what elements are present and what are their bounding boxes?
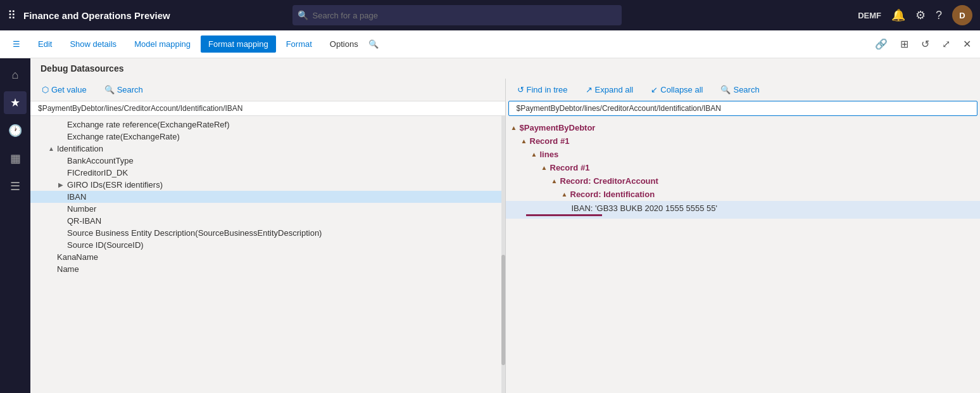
tree-item-label: FICreditorID_DK	[67, 168, 498, 177]
list-nav-icon[interactable]: ☰	[4, 175, 27, 198]
rtree-arrow-icon: ▲	[541, 164, 550, 171]
gear-icon[interactable]: ⚙	[915, 8, 926, 22]
get-value-icon: ⬡	[42, 85, 49, 94]
iban-text-row: IBAN: 'GB33 BUKB 2020 1555 5555 55'	[511, 203, 976, 213]
tree-item-label: Name	[57, 264, 498, 274]
clock-nav-icon[interactable]: 🕐	[4, 119, 27, 142]
collapse-all-icon: ↙	[651, 85, 658, 94]
iban-value-row[interactable]: IBAN: 'GB33 BUKB 2020 1555 5555 55'	[506, 201, 981, 219]
left-vscroll[interactable]	[501, 116, 505, 393]
tree-item[interactable]: FICreditorID_DK	[30, 167, 505, 179]
hamburger-btn[interactable]: ☰	[5, 35, 28, 53]
avatar[interactable]: D	[952, 5, 972, 25]
rtree-item-label: lines	[540, 150, 559, 159]
rtree-item[interactable]: ▲Record: Identification	[506, 188, 981, 201]
tree-item-label: Source Business Entity Description(Sourc…	[67, 228, 498, 238]
waffle-icon[interactable]: ⠿	[8, 8, 16, 22]
tree-arrow-icon: ▲	[48, 145, 57, 152]
search-for-page-input[interactable]	[292, 5, 622, 25]
rtree-arrow-icon: ▲	[521, 138, 530, 145]
close-icon-btn[interactable]: ✕	[959, 35, 975, 53]
right-tree-area: ▲$PaymentByDebtor▲Record #1▲lines▲Record…	[506, 119, 981, 393]
rtree-arrow-icon: ▲	[551, 177, 560, 184]
home-nav-icon[interactable]: ⌂	[4, 63, 27, 86]
rtree-item-label: Record: Identification	[570, 190, 655, 199]
tree-item-label: GIRO IDs(ESR identifiers)	[67, 180, 498, 190]
tree-item[interactable]: QR-IBAN	[30, 215, 505, 227]
get-value-label: Get value	[51, 85, 87, 94]
edit-btn[interactable]: Edit	[30, 35, 60, 53]
tree-item-label: Source ID(SourceID)	[67, 240, 498, 250]
expand-all-icon: ↗	[586, 85, 593, 94]
left-panel: ⬡ Get value 🔍 Search $PaymentByDebtor/li…	[30, 79, 506, 393]
tree-item-label: Exchange rate reference(ExchangeRateRef)	[67, 120, 498, 129]
top-bar-right: DEMF 🔔 ⚙ ? D	[858, 5, 972, 25]
tree-item[interactable]: Exchange rate(ExchangeRate)	[30, 131, 505, 143]
tree-item-label: QR-IBAN	[67, 216, 498, 226]
refresh-icon-btn[interactable]: ↺	[917, 35, 933, 53]
tree-item[interactable]: ▶GIRO IDs(ESR identifiers)	[30, 179, 505, 191]
star-nav-icon[interactable]: ★	[4, 91, 27, 114]
left-tree-area: Exchange rate reference(ExchangeRateRef)…	[30, 116, 505, 278]
tree-item[interactable]: Name	[30, 263, 505, 275]
panels: ⬡ Get value 🔍 Search $PaymentByDebtor/li…	[30, 79, 980, 393]
expand-all-btn[interactable]: ↗ Expand all	[582, 82, 638, 97]
tree-item[interactable]: IBAN	[30, 191, 505, 203]
tree-item[interactable]: Source Business Entity Description(Sourc…	[30, 227, 505, 239]
right-panel: ↺ Find in tree ↗ Expand all ↙ Collapse a…	[506, 79, 981, 393]
tree-item-label: Number	[67, 204, 498, 214]
right-path-input[interactable]	[517, 104, 970, 113]
columns-icon-btn[interactable]: ⊞	[896, 35, 912, 53]
tree-item[interactable]: BankAccountType	[30, 155, 505, 167]
main-layout: ⌂ ★ 🕐 ▦ ☰ Debug Datasources ⬡ Get value …	[0, 58, 980, 393]
left-sidebar-nav: ⌂ ★ 🕐 ▦ ☰	[0, 58, 30, 393]
left-search-btn[interactable]: 🔍 Search	[101, 82, 147, 97]
secondary-nav: ☰ Edit Show details Model mapping Format…	[0, 30, 980, 58]
right-panel-toolbar: ↺ Find in tree ↗ Expand all ↙ Collapse a…	[506, 79, 981, 101]
rtree-arrow-icon: ▲	[531, 151, 540, 158]
format-mapping-btn[interactable]: Format mapping	[201, 35, 276, 53]
rtree-item[interactable]: ▲$PaymentByDebtor	[506, 121, 981, 134]
help-icon[interactable]: ?	[936, 9, 942, 22]
tree-item-label: BankAccountType	[67, 156, 498, 165]
tree-item[interactable]: Number	[30, 203, 505, 215]
table-nav-icon[interactable]: ▦	[4, 147, 27, 170]
get-value-btn[interactable]: ⬡ Get value	[38, 82, 91, 97]
content-area: Debug Datasources ⬡ Get value 🔍 Search $…	[30, 58, 980, 393]
tree-item-label: Exchange rate(ExchangeRate)	[67, 132, 498, 141]
tree-item[interactable]: Source ID(SourceID)	[30, 239, 505, 251]
tree-item-label: Identification	[57, 144, 498, 153]
left-vscroll-thumb[interactable]	[501, 255, 505, 366]
user-name: DEMF	[858, 11, 881, 20]
left-panel-toolbar: ⬡ Get value 🔍 Search	[30, 79, 505, 101]
rtree-item[interactable]: ▲Record #1	[506, 134, 981, 148]
rtree-item[interactable]: ▲Record: CreditorAccount	[506, 174, 981, 188]
rtree-item[interactable]: ▲lines	[506, 148, 981, 161]
model-mapping-btn[interactable]: Model mapping	[127, 35, 198, 53]
iban-text: IBAN: 'GB33 BUKB 2020 1555 5555 55'	[572, 203, 717, 213]
bell-icon[interactable]: 🔔	[891, 8, 905, 22]
search-icon-left: 🔍	[104, 85, 115, 94]
left-search-label: Search	[117, 85, 143, 94]
rtree-item-label: $PaymentByDebtor	[520, 123, 596, 132]
rtree-arrow-icon: ▲	[511, 124, 520, 131]
tree-item-label: KanaName	[57, 252, 498, 262]
tree-item[interactable]: ▲Identification	[30, 143, 505, 155]
tree-item[interactable]: KanaName	[30, 251, 505, 263]
left-path-text: $PaymentByDebtor/lines/CreditorAccount/I…	[38, 104, 243, 113]
find-in-tree-btn[interactable]: ↺ Find in tree	[513, 82, 572, 97]
show-details-btn[interactable]: Show details	[62, 35, 124, 53]
right-search-btn[interactable]: 🔍 Search	[717, 82, 763, 97]
options-btn[interactable]: Options	[322, 35, 366, 53]
debug-header: Debug Datasources	[30, 58, 980, 79]
top-bar: ⠿ Finance and Operations Preview 🔍 DEMF …	[0, 0, 980, 30]
format-btn[interactable]: Format	[279, 35, 320, 53]
iban-underline	[526, 214, 602, 216]
tree-item[interactable]: Exchange rate reference(ExchangeRateRef)	[30, 119, 505, 131]
tree-arrow-icon: ▶	[58, 181, 67, 188]
expand-icon-btn[interactable]: ⤢	[938, 35, 954, 53]
link-icon-btn[interactable]: 🔗	[871, 35, 891, 53]
find-in-tree-label: Find in tree	[527, 85, 568, 94]
collapse-all-btn[interactable]: ↙ Collapse all	[647, 82, 707, 97]
rtree-item[interactable]: ▲Record #1	[506, 161, 981, 174]
